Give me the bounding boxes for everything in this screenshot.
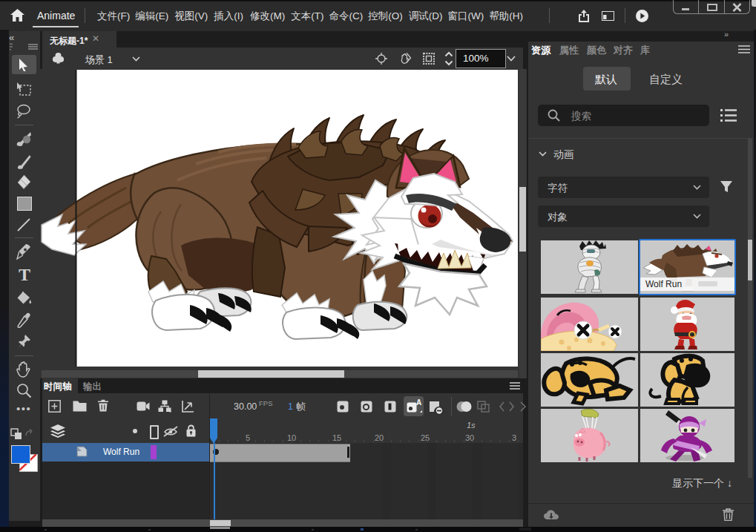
svg-text:A: A [416, 398, 421, 407]
